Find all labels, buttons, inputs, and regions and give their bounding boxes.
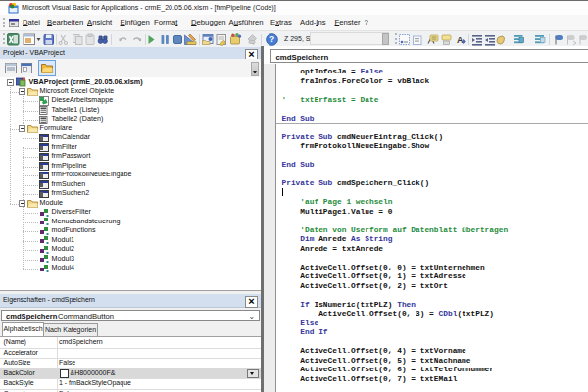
svg-text:?: ? <box>270 34 274 44</box>
svg-text:A: A <box>457 35 464 45</box>
